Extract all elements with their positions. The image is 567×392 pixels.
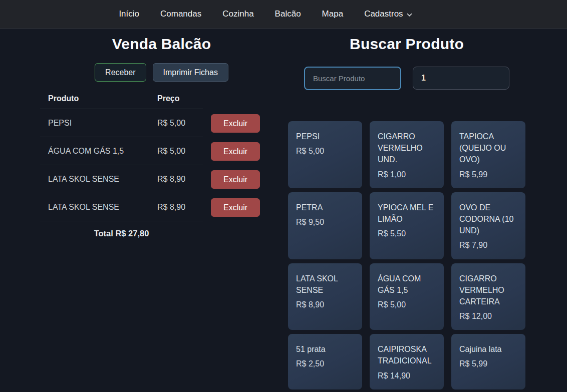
delete-item-button[interactable]: Excluir [211,198,260,217]
nav-item-inicio[interactable]: Início [119,9,139,19]
order-rows: PEPSIR$ 5,00ExcluirÁGUA COM GÁS 1,5R$ 5,… [40,109,283,221]
product-card-name: ÁGUA COM GÁS 1,5 [378,273,436,296]
nav-item-label: Balcão [275,9,301,19]
order-table-header: Produto Preço [40,88,283,109]
product-card-price: R$ 5,99 [459,169,517,180]
row-product-price: R$ 5,00 [149,137,203,165]
row-product-name: ÁGUA COM GÁS 1,5 [40,137,149,165]
print-tickets-button[interactable]: Imprimir Fichas [153,63,228,82]
product-card-price: R$ 7,90 [459,239,517,251]
product-card[interactable]: CIGARRO VERMELHO UND.R$ 1,00 [370,121,444,188]
nav-item-comandas[interactable]: Comandas [160,9,201,19]
nav-item-label: Cozinha [222,9,253,19]
row-product-name: LATA SKOL SENSE [40,193,149,221]
row-product-price: R$ 8,90 [149,165,203,193]
delete-item-button[interactable]: Excluir [211,142,260,161]
nav-item-label: Comandas [160,9,201,19]
main-content: Venda Balcão Receber Imprimir Fichas Pro… [0,29,567,392]
product-card-price: R$ 8,90 [296,299,354,310]
delete-item-button[interactable]: Excluir [211,170,260,189]
product-card-name: YPIOCA MEL E LIMÃO [378,202,436,225]
nav-item-cozinha[interactable]: Cozinha [222,9,253,19]
price-column-header: Preço [149,88,203,109]
product-card[interactable]: PETRAR$ 9,50 [288,192,362,259]
nav-item-label: Início [119,9,139,19]
sale-actions: Receber Imprimir Fichas [40,63,283,82]
table-row: ÁGUA COM GÁS 1,5R$ 5,00Excluir [40,137,283,165]
product-card[interactable]: Cajuina lataR$ 5,99 [451,334,525,389]
product-card-price: R$ 2,50 [296,358,354,369]
row-product-name: LATA SKOL SENSE [40,165,149,193]
search-product-panel: Buscar Produto PEPSIR$ 5,00CIGARRO VERME… [288,29,525,392]
row-action-cell: Excluir [203,165,283,193]
row-product-price: R$ 8,90 [149,193,203,221]
table-row: PEPSIR$ 5,00Excluir [40,109,283,137]
product-card-price: R$ 5,00 [378,299,436,310]
product-card-price: R$ 1,00 [378,169,436,180]
nav-items: InícioComandasCozinhaBalcãoMapaCadastros [119,9,412,19]
nav-item-balcao[interactable]: Balcão [275,9,301,19]
product-card-name: Cajuina lata [459,343,517,355]
row-action-cell: Excluir [203,109,283,137]
search-product-title: Buscar Produto [288,36,525,53]
order-table: Produto Preço PEPSIR$ 5,00ExcluirÁGUA CO… [40,88,283,238]
counter-sale-title: Venda Balcão [40,36,283,53]
receive-button[interactable]: Receber [95,63,146,82]
product-card-price: R$ 5,00 [296,145,354,157]
product-card-name: PETRA [296,202,354,213]
product-card-price: R$ 9,50 [296,216,354,228]
product-card-price: R$ 14,90 [378,370,436,381]
chevron-down-icon [407,13,412,17]
table-row: LATA SKOL SENSER$ 8,90Excluir [40,165,283,193]
nav-item-mapa[interactable]: Mapa [322,9,344,19]
product-card-name: OVO DE CODORNA (10 UND) [459,202,517,237]
product-card-name: 51 prata [296,343,354,355]
action-column-header [203,93,283,105]
nav-item-cadastros[interactable]: Cadastros [364,9,412,19]
product-card[interactable]: PEPSIR$ 5,00 [288,121,362,188]
product-card-name: CAIPIROSKA TRADICIONAL [378,343,436,366]
product-card[interactable]: CAIPIROSKA TRADICIONALR$ 14,90 [370,334,444,389]
product-card-name: PEPSI [296,131,354,142]
nav-item-label: Mapa [322,9,344,19]
product-card-price: R$ 12,00 [459,310,517,322]
quantity-input[interactable] [413,67,509,90]
product-card[interactable]: 51 prataR$ 2,50 [288,334,362,389]
product-card[interactable]: TAPIOCA (QUEIJO OU OVO)R$ 5,99 [451,121,525,188]
row-product-name: PEPSI [40,109,149,137]
product-card[interactable]: LATA SKOL SENSER$ 8,90 [288,263,362,330]
product-card-price: R$ 5,99 [459,358,517,369]
counter-sale-panel: Venda Balcão Receber Imprimir Fichas Pro… [40,29,283,238]
product-card-price: R$ 5,50 [378,228,436,239]
delete-item-button[interactable]: Excluir [211,114,260,133]
product-card-name: LATA SKOL SENSE [296,273,354,296]
row-product-price: R$ 5,00 [149,109,203,137]
product-card[interactable]: ÁGUA COM GÁS 1,5R$ 5,00 [370,263,444,330]
product-card[interactable]: OVO DE CODORNA (10 UND)R$ 7,90 [451,192,525,259]
product-card-name: CIGARRO VERMELHO UND. [378,131,436,166]
table-row: LATA SKOL SENSER$ 8,90Excluir [40,193,283,221]
product-card[interactable]: CIGARRO VERMELHO CARTEIRAR$ 12,00 [451,263,525,330]
product-card-name: TAPIOCA (QUEIJO OU OVO) [459,131,517,166]
row-action-cell: Excluir [203,193,283,221]
order-total: Total R$ 27,80 [40,229,203,238]
search-row [288,67,525,90]
top-navbar: InícioComandasCozinhaBalcãoMapaCadastros [0,0,567,29]
nav-item-label: Cadastros [364,9,403,19]
row-action-cell: Excluir [203,137,283,165]
product-card-name: CIGARRO VERMELHO CARTEIRA [459,273,517,308]
product-grid: PEPSIR$ 5,00CIGARRO VERMELHO UND.R$ 1,00… [288,121,525,392]
product-column-header: Produto [40,88,149,109]
product-card[interactable]: YPIOCA MEL E LIMÃOR$ 5,50 [370,192,444,259]
search-input[interactable] [304,67,401,90]
